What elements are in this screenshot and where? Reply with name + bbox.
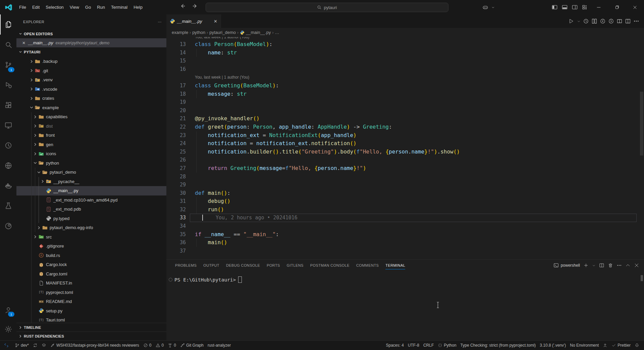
status-type-checking[interactable]: Type Checking: strict (from pyproject.to…: [459, 341, 538, 350]
terminal-scrollbar[interactable]: [641, 275, 643, 281]
code-line[interactable]: 19: [166, 98, 639, 106]
breadcrumb-item[interactable]: pytauri_demo: [209, 30, 236, 35]
code-line[interactable]: 21@py_invoke_handler(): [166, 115, 639, 123]
status-language-mode[interactable]: Python: [436, 341, 458, 350]
breadcrumb-item[interactable]: example: [172, 30, 188, 35]
status-environment[interactable]: No Environment: [568, 341, 601, 350]
breadcrumb-item[interactable]: …: [275, 30, 279, 35]
menu-file[interactable]: File: [16, 3, 29, 11]
terminal[interactable]: PS E:\GitHub\pytauri>: [166, 271, 644, 341]
editor-scrollbar[interactable]: [640, 92, 643, 156]
menu-go[interactable]: Go: [82, 3, 94, 11]
code-line[interactable]: 18 message: str: [166, 90, 639, 98]
activity-postman-icon[interactable]: [0, 216, 16, 236]
status-warnings[interactable]: 0: [154, 341, 166, 350]
tree-item-src[interactable]: src: [16, 232, 166, 242]
code-line[interactable]: 32 run(): [166, 206, 639, 214]
status-python-interpreter[interactable]: 3.10.8 ('.venv'): [538, 341, 568, 350]
forward-icon[interactable]: [192, 3, 198, 9]
more-actions-icon[interactable]: [616, 263, 622, 268]
activity-explorer-icon[interactable]: [0, 14, 16, 35]
code-line[interactable]: 30def main():: [166, 189, 639, 198]
code-line[interactable]: 31 debug(): [166, 197, 639, 206]
tab-main-py[interactable]: __main__.py ✕: [166, 14, 221, 28]
tree-item-icons[interactable]: icons: [16, 149, 166, 159]
close-window-button[interactable]: [626, 0, 644, 14]
history-icon[interactable]: [583, 18, 589, 24]
panel-tab-problems[interactable]: PROBLEMS: [172, 260, 200, 271]
tree-item-.git[interactable]: .git: [16, 66, 166, 76]
activity-source-control-icon[interactable]: 1: [0, 55, 16, 75]
tree-item-example[interactable]: example: [16, 103, 166, 113]
menu-help[interactable]: Help: [130, 3, 146, 11]
explorer-more-actions-icon[interactable]: ⋯: [158, 20, 162, 24]
activity-gitlens-icon[interactable]: [0, 135, 16, 156]
toggle-sidebar-icon[interactable]: [549, 2, 559, 12]
close-panel-icon[interactable]: [634, 263, 639, 268]
maximize-panel-icon[interactable]: [625, 263, 631, 268]
code-line[interactable]: 35if __name__ == "__main__":: [166, 230, 639, 239]
status-git-graph[interactable]: Git Graph: [178, 341, 206, 350]
code-line[interactable]: 14 name: str: [166, 49, 639, 57]
forward-circle-icon[interactable]: [608, 18, 614, 24]
toggle-panel-icon[interactable]: [559, 2, 570, 12]
activity-account-icon[interactable]: 1: [0, 300, 16, 319]
activity-run-debug-icon[interactable]: [0, 75, 16, 95]
tree-item-python[interactable]: python: [16, 159, 166, 168]
open-editor-item[interactable]: ✕ __main__.py example\python\pytauri_dem…: [16, 38, 166, 47]
code-line[interactable]: 16: [166, 65, 639, 74]
status-encoding[interactable]: UTF-8: [406, 341, 421, 350]
panel-tab-gitlens[interactable]: GITLENS: [283, 260, 307, 271]
tree-item-pyproject.toml[interactable]: [T]pyproject.toml: [16, 288, 166, 297]
customize-layout-icon[interactable]: [580, 2, 590, 12]
menu-run[interactable]: Run: [94, 3, 108, 11]
code-line[interactable]: 23 notification_ext = NotificationExt(ap…: [166, 131, 639, 140]
breadcrumb-item[interactable]: __main__.py: [246, 30, 271, 35]
code-line[interactable]: 25 notification.builder().title("Greetin…: [166, 148, 639, 156]
command-center-search[interactable]: pytauri: [206, 3, 448, 12]
code-editor[interactable]: You, last week | 1 author (You) 13class …: [166, 37, 639, 259]
breadcrumb-item[interactable]: python: [192, 30, 205, 35]
activity-testing-icon[interactable]: [0, 196, 16, 216]
rust-dependencies-section[interactable]: RUST DEPENDENCIES: [16, 332, 166, 341]
tree-item-pytauri_demo.egg-info[interactable]: pytauri_demo.egg-info: [16, 223, 166, 232]
menu-view[interactable]: View: [67, 3, 82, 11]
tree-item-capabilities[interactable]: capabilities: [16, 112, 166, 122]
code-line[interactable]: 37: [166, 247, 639, 255]
code-line[interactable]: 17class Greeting(BaseModel):: [166, 82, 639, 90]
minimize-button[interactable]: [590, 0, 608, 14]
status-errors[interactable]: 0: [141, 341, 154, 350]
panel-tab-postman-console[interactable]: POSTMAN CONSOLE: [307, 260, 353, 271]
code-line[interactable]: 13class Person(BaseModel):: [166, 40, 639, 49]
status-gitlens-launchpad[interactable]: WSH032/fastapi-proxy-lib#34 needs review…: [48, 341, 141, 350]
status-notifications[interactable]: [633, 341, 641, 350]
code-line[interactable]: 22def greet(person: Person, app_handle: …: [166, 123, 639, 131]
tree-item-Cargo.lock[interactable]: Cargo.lock: [16, 260, 166, 269]
tree-item-.vscode[interactable]: .vscode: [16, 85, 166, 94]
close-editor-icon[interactable]: ✕: [21, 41, 26, 45]
status-prettier[interactable]: Prettier: [609, 341, 633, 350]
compare-changes-icon[interactable]: [591, 18, 597, 24]
code-line[interactable]: 29: [166, 181, 639, 189]
status-git-branch[interactable]: dev*: [13, 341, 31, 350]
tree-item-crates[interactable]: crates: [16, 94, 166, 103]
status-indentation[interactable]: Spaces: 4: [384, 341, 406, 350]
tree-item-gen[interactable]: gen: [16, 140, 166, 149]
activity-settings-icon[interactable]: [0, 319, 16, 339]
code-line[interactable]: 33You, 2 hours ago • 20241016: [166, 214, 639, 222]
tree-item-Cargo.toml[interactable]: Cargo.toml: [16, 269, 166, 279]
add-terminal-icon[interactable]: [583, 263, 589, 268]
copilot-icon[interactable]: [480, 2, 490, 12]
open-editors-section[interactable]: OPEN EDITORS: [16, 29, 167, 38]
tree-item-README.md[interactable]: README.md: [16, 297, 166, 306]
status-eol[interactable]: CRLF: [421, 341, 436, 350]
activity-github-icon[interactable]: [0, 156, 16, 176]
code-line[interactable]: 20: [166, 106, 639, 115]
code-line[interactable]: 28: [166, 173, 639, 181]
menu-edit[interactable]: Edit: [29, 3, 43, 11]
tree-item-pytauri_demo[interactable]: pytauri_demo: [16, 168, 166, 177]
terminal-shell-select[interactable]: powershell: [553, 263, 580, 268]
back-icon[interactable]: [180, 3, 186, 9]
back-circle-icon[interactable]: [600, 18, 606, 24]
code-line[interactable]: 36 main(): [166, 238, 639, 247]
